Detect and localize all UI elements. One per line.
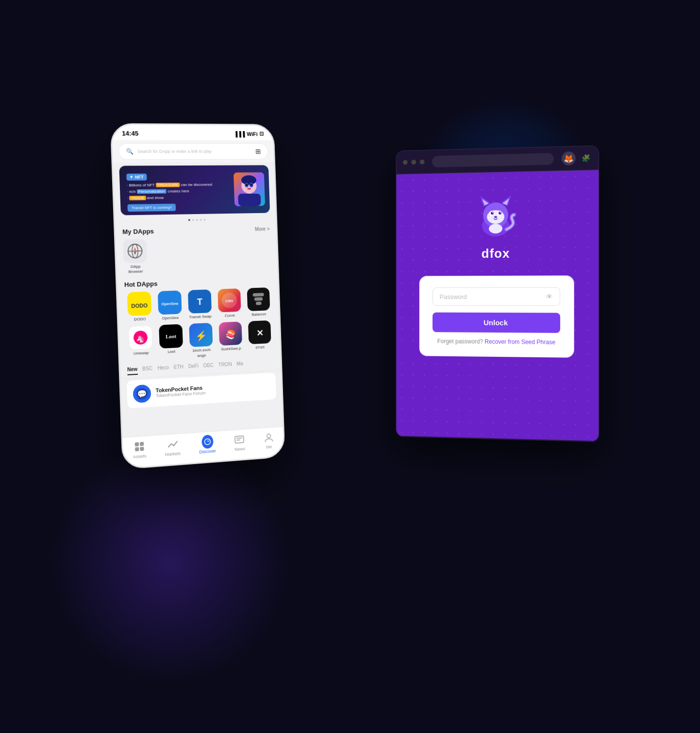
browser-header: 🦊 🧩	[397, 146, 599, 174]
dfox-card: Password 👁 Unlock Forget password? Recov…	[419, 275, 574, 357]
svg-text:T: T	[197, 297, 203, 307]
dapp-item-browser[interactable]: DAppBrowser	[123, 239, 148, 275]
dapp-item-curve[interactable]: CRV Curve	[215, 288, 244, 319]
svg-text:⚡: ⚡	[195, 330, 207, 342]
banner-dot-2	[192, 219, 194, 221]
password-field[interactable]: Password 👁	[433, 287, 560, 306]
dfox-logo-area: dfox	[471, 191, 520, 261]
cat-tab-tron[interactable]: TRON	[218, 362, 232, 370]
phone: 14:45 ▐▐▐ WiFi ⊡ 🔍 Search for DApp or en…	[110, 123, 285, 470]
banner-nft-image	[233, 172, 265, 206]
cat-tab-ma[interactable]: Ma	[236, 361, 243, 369]
cat-tab-new[interactable]: New	[127, 366, 138, 375]
markets-icon	[167, 438, 179, 450]
treasure-highlight: TREASURE	[156, 183, 180, 187]
opensea-label: OpenSea	[162, 316, 179, 321]
dapp-item-sushi[interactable]: 🍣 SushiSwa p	[217, 321, 245, 357]
phone-search-bar[interactable]: 🔍 Search for DApp or enter a link to pla…	[118, 143, 268, 160]
dodo-icon: DODO	[127, 291, 152, 316]
dapp-item-loot[interactable]: Loot Loot	[156, 324, 186, 361]
markets-label: Markets	[165, 451, 181, 457]
svg-point-50	[204, 439, 210, 445]
svg-point-55	[267, 434, 270, 438]
sushi-label: SushiSwa p	[221, 346, 241, 352]
nav-markets[interactable]: Markets	[165, 438, 181, 457]
battery-icon: ⊡	[259, 131, 264, 137]
dapp-item-dydx[interactable]: ✕ dYdX	[246, 320, 274, 356]
sushi-icon: 🍣	[219, 322, 242, 346]
phone-screen: 14:45 ▐▐▐ WiFi ⊡ 🔍 Search for DApp or en…	[112, 125, 284, 468]
svg-text:🍣: 🍣	[225, 329, 236, 340]
wifi-icon: WiFi	[247, 131, 258, 137]
nav-news[interactable]: News	[233, 433, 246, 452]
puzzle-icon[interactable]: 🧩	[580, 152, 592, 164]
curve-label: Curve	[225, 313, 235, 318]
banner-nft-tag: ✦ NFT	[126, 174, 147, 181]
banner-button[interactable]: Transit NFT is coming!!	[128, 204, 176, 212]
recover-link[interactable]: Recover from Seed Phrase	[484, 338, 555, 346]
loot-label: Loot	[167, 350, 175, 355]
assets-label: Assets	[133, 453, 147, 459]
banner-dot-4	[200, 219, 202, 221]
my-dapps-title: My DApps	[122, 228, 154, 236]
dydx-icon: ✕	[248, 320, 271, 344]
svg-text:DODO: DODO	[131, 302, 148, 308]
news-label: News	[234, 446, 245, 451]
1inch-icon: ⚡	[189, 323, 213, 347]
1inch-label: 1inch.exch ange	[187, 348, 216, 359]
cat-tab-defi[interactable]: DeFi	[188, 363, 199, 372]
fox-extension-icon[interactable]: 🦊	[562, 151, 576, 166]
svg-text:CRV: CRV	[225, 299, 233, 303]
status-icons: ▐▐▐ WiFi ⊡	[233, 131, 264, 137]
cat-tab-oec[interactable]: OEC	[203, 363, 214, 371]
uniswap-icon: 🦄	[128, 325, 153, 350]
cat-tab-eth[interactable]: ETH	[174, 364, 184, 373]
hot-dapps-grid: DODO DODO OpenSea OpenSea	[117, 285, 281, 364]
cat-tab-heco[interactable]: Heco	[157, 365, 169, 373]
phone-body-bg: ✦ NFT · Billions of NFT TREASURE can be …	[113, 162, 283, 437]
svg-marker-51	[207, 440, 210, 443]
svg-line-54	[237, 440, 241, 440]
banner-dot-5	[204, 219, 206, 221]
svg-line-27	[128, 251, 142, 251]
loot-icon: Loot	[159, 324, 183, 349]
transit-icon: T	[188, 289, 212, 314]
nav-me[interactable]: Me	[263, 431, 275, 450]
svg-text:OpenSea: OpenSea	[161, 301, 179, 306]
dydx-label: dYdX	[255, 345, 265, 350]
dapp-item-uniswap[interactable]: 🦄 Uniswap	[126, 325, 156, 362]
my-dapps-grid: DAppBrowser	[116, 234, 278, 277]
dodo-label: DODO	[134, 317, 146, 322]
browser-address-bar	[432, 153, 554, 167]
dapp-item-1inch[interactable]: ⚡ 1inch.exch ange	[186, 323, 216, 359]
nav-discover[interactable]: Discover	[199, 435, 216, 454]
me-icon	[263, 431, 275, 443]
dfox-mascot	[471, 191, 520, 240]
svg-rect-49	[140, 447, 144, 451]
phone-notch	[165, 125, 223, 137]
forgot-password: Forget password? Recover from Seed Phras…	[433, 338, 560, 346]
nav-assets[interactable]: Assets	[133, 440, 147, 459]
eye-icon: 👁	[546, 293, 553, 300]
banner-dot-1	[188, 219, 190, 221]
svg-rect-52	[235, 436, 244, 443]
qr-icon: ⊞	[255, 148, 261, 155]
dapp-item-opensea[interactable]: OpenSea OpenSea	[155, 290, 184, 321]
community-item[interactable]: 💬 TokenPocket Fans TokenPocket Fans Foru…	[127, 372, 276, 408]
scene: 🦊 🧩	[132, 100, 568, 633]
unlock-button[interactable]: Unlock	[433, 313, 560, 333]
dapp-browser-label: DAppBrowser	[128, 264, 143, 275]
nft-coin-icon: ✦	[129, 175, 133, 180]
dapp-item-balancer[interactable]: Balancer	[245, 287, 273, 318]
hot-dapps-title: Hot DApps	[124, 280, 158, 288]
password-label: Password	[440, 293, 467, 300]
dapp-item-transit[interactable]: T Transit Swap	[185, 289, 215, 320]
me-label: Me	[266, 444, 272, 450]
svg-text:✕: ✕	[256, 329, 263, 338]
community-icon: 💬	[133, 384, 151, 403]
dapp-item-dodo[interactable]: DODO DODO	[125, 291, 154, 322]
cat-tab-bsc[interactable]: BSC	[142, 366, 152, 374]
more-link[interactable]: More >	[255, 226, 270, 232]
uniswap-label: Uniswap	[133, 350, 149, 356]
desktop-browser: 🦊 🧩	[396, 145, 600, 442]
